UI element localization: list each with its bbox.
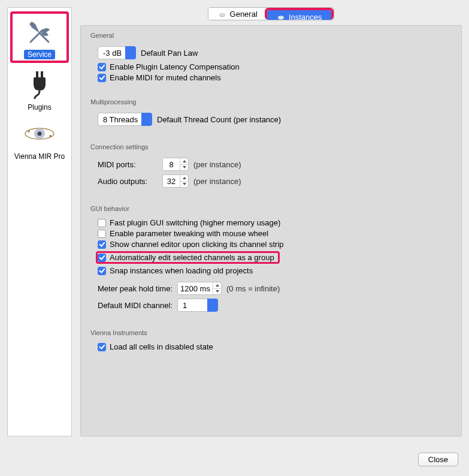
pan-law-select[interactable]: -3 dB — [98, 46, 136, 59]
audio-outputs-suffix: (per instance) — [193, 177, 241, 186]
thread-count-label: Default Thread Count (per instance) — [157, 115, 281, 124]
tab-bar: General Instances — [80, 7, 462, 20]
gear-icon — [218, 11, 226, 17]
checkbox-label: Load all cells in disabled state — [110, 342, 213, 351]
midi-ports-spinner[interactable] — [162, 158, 189, 171]
step-up[interactable] — [180, 175, 188, 181]
audio-outputs-spinner[interactable] — [162, 174, 189, 188]
step-down[interactable] — [180, 181, 188, 188]
default-midi-channel-label: Default MIDI channel: — [98, 301, 173, 310]
checkbox-label: Fast plugin GUI switching (higher memory… — [110, 218, 280, 227]
meter-peak-label: Meter peak hold time: — [98, 284, 173, 293]
tab-label: Instances — [289, 13, 322, 21]
section-header-multiprocessing: Multiprocessing — [90, 92, 452, 110]
midi-ports-input[interactable] — [163, 158, 180, 170]
section-header-connection: Connection settings — [90, 137, 452, 155]
step-down[interactable] — [213, 288, 221, 295]
audio-outputs-input[interactable] — [163, 175, 180, 187]
checkbox-param-tweaking[interactable] — [98, 230, 106, 238]
checkbox-label: Show channel editor upon clicking its ch… — [110, 240, 284, 249]
step-up[interactable] — [213, 282, 221, 288]
checkbox-label: Enable parameter tweaking with mouse whe… — [110, 229, 268, 238]
checkbox-label: Automatically edit selected channels as … — [110, 253, 274, 262]
meter-peak-spinner[interactable] — [177, 282, 222, 295]
checkbox-label: Enable MIDI for muted channels — [110, 73, 221, 82]
section-header-general: General — [90, 26, 452, 43]
svg-point-8 — [219, 13, 225, 16]
pan-law-label: Default Pan Law — [141, 49, 198, 58]
thread-count-select[interactable]: 8 Threads — [98, 113, 152, 126]
audio-outputs-label: Audio outputs: — [98, 177, 158, 186]
sidebar-item-label: Vienna MIR Pro — [11, 152, 69, 161]
svg-point-10 — [278, 16, 284, 19]
default-midi-channel-select[interactable]: 1 — [177, 299, 218, 312]
section-header-vienna-instruments: Vienna Instruments — [90, 323, 452, 341]
content-area: General Instances General — [80, 7, 462, 436]
checkbox-show-channel-editor[interactable] — [98, 240, 106, 249]
checkbox-plugin-latency[interactable] — [98, 63, 106, 71]
tab-instances[interactable]: Instances — [267, 10, 332, 20]
vienna-mir-icon — [22, 118, 57, 149]
sidebar-item-label: Plugins — [24, 103, 55, 112]
checkbox-midi-muted[interactable] — [98, 74, 106, 82]
tab-general[interactable]: General — [208, 8, 267, 20]
meter-peak-suffix: (0 ms = infinite) — [226, 284, 280, 293]
svg-point-6 — [49, 135, 52, 137]
checkbox-label: Snap instances when loading old projects — [110, 266, 253, 275]
instances-icon — [277, 14, 285, 20]
section-header-gui: GUI behavior — [90, 199, 452, 216]
sidebar-item-label: Service — [24, 50, 55, 59]
sidebar-item-service[interactable]: Service — [10, 11, 69, 63]
checkbox-fast-switching[interactable] — [98, 219, 106, 227]
sidebar-item-plugins[interactable]: Plugins — [10, 69, 69, 112]
svg-point-5 — [28, 130, 30, 132]
tab-label: General — [230, 10, 258, 19]
step-down[interactable] — [180, 164, 188, 171]
settings-panel: General -3 dB Default Pan Law Enable Plu… — [80, 25, 462, 436]
step-up[interactable] — [180, 158, 188, 164]
sidebar-item-vienna-mir-pro[interactable]: Vienna MIR Pro — [10, 118, 69, 161]
checkbox-snap-instances[interactable] — [98, 267, 106, 275]
meter-peak-input[interactable] — [178, 282, 213, 294]
checkbox-auto-edit-group[interactable] — [98, 254, 106, 262]
svg-point-4 — [38, 132, 42, 136]
service-icon — [22, 16, 57, 47]
midi-ports-suffix: (per instance) — [193, 160, 241, 169]
plug-icon — [22, 69, 57, 100]
checkbox-load-disabled[interactable] — [98, 343, 106, 351]
close-button[interactable]: Close — [418, 453, 458, 466]
midi-ports-label: MIDI ports: — [98, 160, 158, 169]
sidebar: Service Plugins — [7, 7, 72, 436]
checkbox-label: Enable Plugin Latency Compensation — [110, 62, 240, 71]
